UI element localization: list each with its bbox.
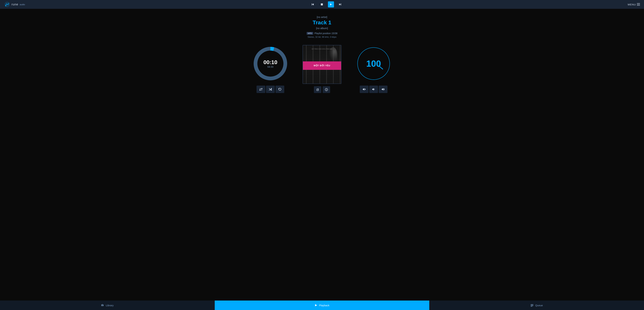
track-title: Track 1 (306, 19, 338, 26)
app-name: rune (12, 3, 18, 6)
svg-rect-3 (312, 3, 312, 5)
track-meta: MPD Playlist position 15/38 (306, 32, 338, 35)
svg-rect-4 (321, 3, 323, 5)
svg-point-0 (4, 2, 10, 7)
volume-value: 100 (366, 58, 381, 69)
shuffle-icon (268, 87, 272, 91)
bottom-nav: Library Playback Queue (0, 301, 644, 310)
playlist-position: Playlist position 15/38 (314, 32, 338, 35)
art-pink-band: MỘT ĐỜI YÊU (303, 61, 341, 70)
svg-marker-19 (315, 304, 317, 306)
menu-button[interactable]: MENU (628, 3, 640, 6)
playback-icon (315, 304, 318, 307)
art-title-text: MỘT ĐỜI YÊU (314, 64, 330, 67)
art-piano-bottom (303, 70, 341, 83)
svg-marker-14 (372, 88, 374, 90)
playback-nav-item[interactable]: Playback (215, 301, 430, 310)
playback-btns (256, 86, 284, 93)
volume-down-button[interactable] (369, 86, 378, 93)
progress-time: 00:10 04:33 (264, 59, 277, 68)
volume-knob-container[interactable]: 100 (355, 45, 392, 82)
volume-up-button[interactable] (379, 86, 388, 93)
svg-marker-15 (382, 88, 383, 90)
mute-icon (362, 88, 366, 91)
track-album: [no album] (306, 27, 338, 29)
repeat-button[interactable] (256, 86, 265, 93)
mute-button[interactable] (360, 86, 368, 93)
svg-marker-11 (363, 88, 364, 90)
logo: rune audio (4, 1, 25, 7)
next-icon (338, 3, 342, 6)
info-button[interactable] (323, 86, 330, 93)
main-content: [no artist] Track 1 [no album] MPD Playl… (0, 9, 644, 301)
library-label: Library (106, 304, 114, 307)
info-icon (325, 88, 328, 91)
app-sub: audio (20, 3, 25, 6)
menu-label: MENU (628, 3, 636, 6)
hamburger-icon (637, 3, 640, 5)
play-icon (330, 3, 332, 6)
svg-marker-2 (312, 3, 314, 5)
queue-label: Queue (535, 304, 543, 307)
svg-marker-5 (330, 3, 332, 5)
svg-rect-18 (103, 305, 104, 306)
album-action-btns (314, 86, 330, 93)
shuffle-button[interactable] (266, 86, 275, 93)
next-button[interactable] (337, 1, 343, 7)
progress-section: 00:10 04:33 (252, 45, 289, 93)
logo-icon (4, 1, 10, 7)
share-button[interactable] (314, 86, 321, 93)
transport-controls (310, 1, 343, 7)
progress-ring-container[interactable]: 00:10 04:33 (252, 45, 289, 82)
album-section: HAT TRINH CONG SON & TRAN DIEU MỘT ĐỜI Y… (302, 45, 342, 93)
track-artist: [no artist] (306, 15, 338, 18)
player-row: 00:10 04:33 (229, 45, 415, 93)
share-icon (316, 88, 319, 91)
volume-section: 100 (355, 45, 392, 93)
stop-button[interactable] (319, 1, 325, 7)
stop-icon (320, 3, 323, 6)
refresh-button[interactable] (276, 86, 284, 93)
playback-label: Playback (319, 304, 330, 307)
svg-point-1 (5, 5, 6, 6)
svg-rect-16 (101, 305, 102, 306)
svg-marker-6 (339, 3, 340, 5)
library-icon (101, 304, 104, 307)
refresh-icon (278, 87, 282, 91)
track-info: [no artist] Track 1 [no album] MPD Playl… (306, 15, 338, 38)
volume-down-icon (372, 88, 375, 91)
queue-icon (530, 304, 534, 307)
prev-icon (311, 3, 314, 6)
total-time: 04:33 (264, 65, 277, 68)
source-badge: MPD (306, 32, 313, 35)
volume-btns (360, 86, 388, 93)
queue-nav-item[interactable]: Queue (429, 301, 644, 310)
album-art-inner: HAT TRINH CONG SON & TRAN DIEU MỘT ĐỜI Y… (303, 45, 341, 83)
repeat-icon (259, 87, 263, 91)
volume-up-icon (382, 88, 385, 91)
current-time: 00:10 (264, 59, 277, 65)
library-nav-item[interactable]: Library (0, 301, 215, 310)
art-overlay-text: HAT TRINH CONG SON & TRAN DIEU (312, 48, 332, 49)
prev-button[interactable] (310, 1, 316, 7)
svg-rect-17 (102, 304, 103, 306)
svg-point-10 (326, 89, 326, 89)
svg-rect-7 (340, 3, 341, 5)
track-format: Stereo, 32 bit, 96 kHz, 0 kbps (306, 36, 338, 38)
top-nav: rune audio MENU (0, 0, 644, 9)
play-button[interactable] (328, 1, 334, 7)
album-art: HAT TRINH CONG SON & TRAN DIEU MỘT ĐỜI Y… (302, 45, 342, 84)
